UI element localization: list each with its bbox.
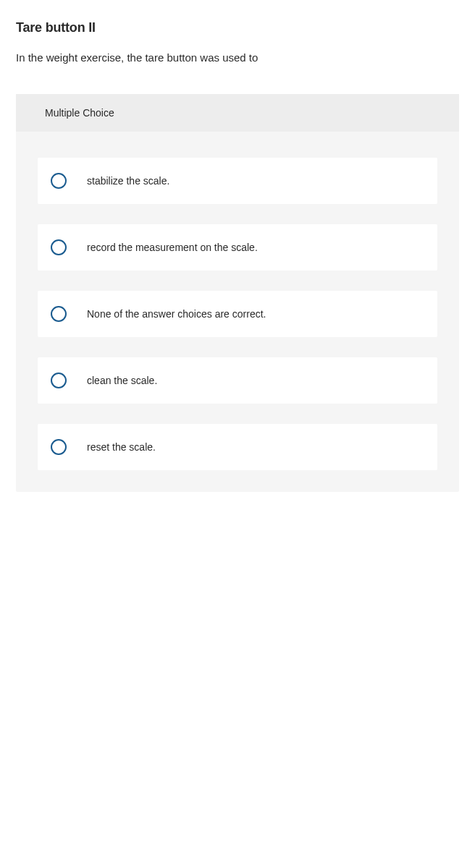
radio-icon [51,173,67,189]
radio-icon [51,239,67,255]
option-text: record the measurement on the scale. [87,242,258,253]
radio-icon [51,439,67,455]
multiple-choice-container: Multiple Choice stabilize the scale. rec… [16,94,459,492]
option-text: stabilize the scale. [87,175,169,187]
option-text: reset the scale. [87,441,156,453]
option-row-1[interactable]: record the measurement on the scale. [38,224,437,271]
option-text: clean the scale. [87,375,157,386]
question-type-label: Multiple Choice [16,94,459,132]
option-row-3[interactable]: clean the scale. [38,357,437,404]
option-row-0[interactable]: stabilize the scale. [38,158,437,204]
option-row-2[interactable]: None of the answer choices are correct. [38,291,437,337]
option-row-4[interactable]: reset the scale. [38,424,437,470]
question-title: Tare button II [16,20,459,35]
radio-icon [51,373,67,388]
radio-icon [51,306,67,322]
question-text: In the weight exercise, the tare button … [16,51,459,64]
options-wrapper: stabilize the scale. record the measurem… [16,132,459,470]
option-text: None of the answer choices are correct. [87,308,266,320]
